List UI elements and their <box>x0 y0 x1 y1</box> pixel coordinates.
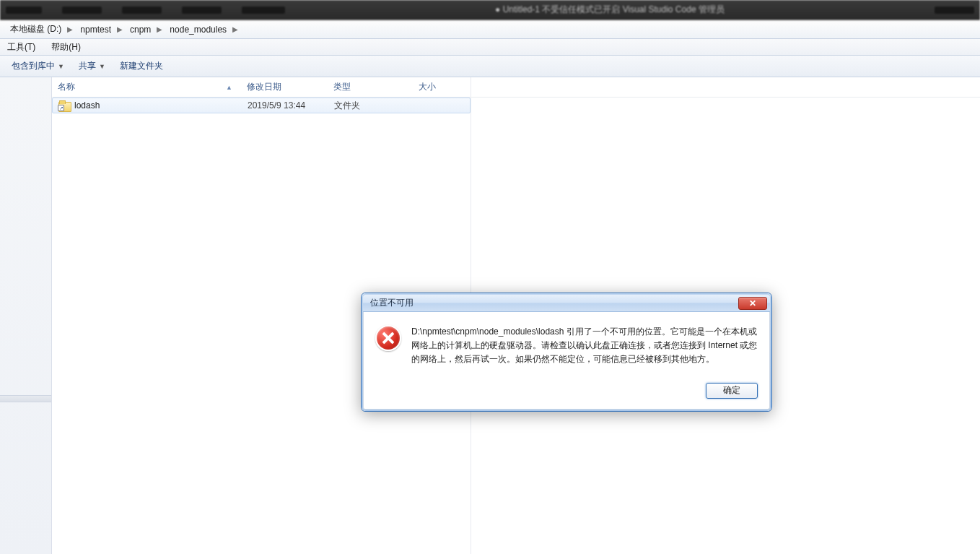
column-header-size[interactable]: 大小 <box>413 81 469 93</box>
vscode-titlebar: ● Untitled-1 不受信任模式已开启 Visual Studio Cod… <box>0 0 980 20</box>
file-type: 文件夹 <box>328 100 414 112</box>
column-header-date[interactable]: 修改日期 <box>241 81 328 93</box>
menu-blur <box>122 7 162 14</box>
chevron-right-icon[interactable]: ▶ <box>67 25 73 33</box>
menu-bar: 工具(T) 帮助(H) <box>0 39 980 56</box>
dialog-title-text: 位置不可用 <box>370 297 414 309</box>
file-name: lodash <box>74 100 100 111</box>
toolbar: 包含到库中 ▼ 共享 ▼ 新建文件夹 <box>0 56 980 77</box>
toolbar-label: 包含到库中 <box>12 60 55 72</box>
dialog-titlebar[interactable]: 位置不可用 ✕ <box>363 295 770 312</box>
ok-button[interactable]: 确定 <box>706 383 758 399</box>
toolbar-share[interactable]: 共享 ▼ <box>71 57 113 75</box>
error-dialog: 位置不可用 ✕ D:\npmtest\cnpm\node_modules\lod… <box>361 293 772 412</box>
chevron-right-icon[interactable]: ▶ <box>232 25 238 33</box>
menu-blur <box>242 7 285 14</box>
menu-blur <box>935 7 974 14</box>
file-date: 2019/5/9 13:44 <box>242 100 328 111</box>
menu-blur <box>182 7 222 14</box>
nav-sidebar <box>0 77 52 554</box>
breadcrumb-item-root[interactable]: 本地磁盘 (D:) <box>4 22 66 37</box>
breadcrumb: 本地磁盘 (D:) ▶ npmtest ▶ cnpm ▶ node_module… <box>0 20 980 39</box>
toolbar-label: 共享 <box>79 60 96 72</box>
column-header-type[interactable]: 类型 <box>328 81 413 93</box>
breadcrumb-item[interactable]: npmtest <box>74 23 115 36</box>
chevron-down-icon: ▼ <box>99 63 105 70</box>
chevron-right-icon[interactable]: ▶ <box>157 25 162 33</box>
menu-help[interactable]: 帮助(H) <box>48 40 84 55</box>
breadcrumb-label: cnpm <box>130 25 151 35</box>
sidebar-divider <box>0 395 51 402</box>
breadcrumb-item[interactable]: cnpm <box>124 23 155 36</box>
dialog-message: D:\npmtest\cnpm\node_modules\lodash 引用了一… <box>411 325 758 367</box>
chevron-down-icon: ▼ <box>58 63 64 70</box>
toolbar-include-in-library[interactable]: 包含到库中 ▼ <box>4 57 71 75</box>
error-icon <box>375 325 401 351</box>
menu-blur <box>62 7 102 14</box>
column-headers: 名称 ▲ 修改日期 类型 大小 <box>52 77 980 98</box>
chevron-right-icon[interactable]: ▶ <box>117 25 123 33</box>
sort-asc-icon: ▲ <box>226 84 232 91</box>
toolbar-label: 新建文件夹 <box>120 60 163 72</box>
folder-shortcut-icon: ↗ <box>58 100 70 111</box>
breadcrumb-label: node_modules <box>170 25 227 35</box>
close-icon: ✕ <box>749 298 756 308</box>
menu-blur <box>6 7 42 14</box>
toolbar-new-folder[interactable]: 新建文件夹 <box>113 57 170 75</box>
column-header-name[interactable]: 名称 ▲ <box>52 81 241 93</box>
titlebar-text: ● Untitled-1 不受信任模式已开启 Visual Studio Cod… <box>495 4 725 14</box>
breadcrumb-label: 本地磁盘 (D:) <box>10 23 61 35</box>
breadcrumb-label: npmtest <box>80 25 111 35</box>
column-label: 名称 <box>58 81 75 93</box>
breadcrumb-item[interactable]: node_modules <box>164 23 231 36</box>
menu-tools[interactable]: 工具(T) <box>4 40 38 55</box>
close-button[interactable]: ✕ <box>738 297 767 310</box>
list-item[interactable]: ↗ lodash 2019/5/9 13:44 文件夹 <box>52 98 471 113</box>
